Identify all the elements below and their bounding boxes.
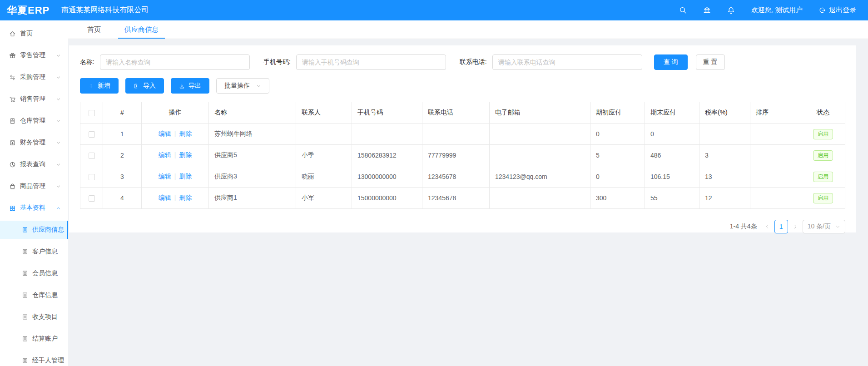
sidebar-item-label: 首页 — [20, 30, 33, 38]
col-header-begin-payable: 期初应付 — [590, 102, 645, 124]
cell-sort — [750, 188, 801, 209]
table-row: 2 编辑|删除 供应商5 小季 15806283912 77779999 5 4… — [80, 145, 845, 166]
logout-icon — [819, 7, 826, 14]
col-header-tel: 联系电话 — [422, 102, 490, 124]
cell-actions: 编辑|删除 — [142, 166, 209, 188]
sidebar-item-income-expense[interactable]: 收支项目 — [0, 308, 68, 326]
filter-row: 名称: 手机号码: 联系电话: 查 询 重 置 — [80, 54, 845, 70]
page-size-select[interactable]: 10 条/页 — [803, 220, 845, 233]
row-checkbox[interactable] — [89, 195, 95, 202]
edit-link[interactable]: 编辑 — [159, 194, 171, 201]
export-button-label: 导出 — [188, 82, 201, 90]
prev-page-icon[interactable] — [764, 224, 770, 229]
link-divider: | — [174, 194, 176, 201]
sidebar-item-customer-info[interactable]: 客户信息 — [0, 242, 68, 261]
delete-link[interactable]: 删除 — [179, 151, 192, 158]
sidebar-item-reports[interactable]: 报表查询 — [0, 155, 68, 173]
phone-filter-input[interactable] — [296, 54, 446, 70]
col-header-sort: 排序 — [750, 102, 801, 124]
sidebar-item-settlement-account[interactable]: 结算账户 — [0, 330, 68, 348]
sidebar-item-home[interactable]: 首页 — [0, 25, 68, 43]
delete-link[interactable]: 删除 — [179, 194, 192, 201]
sidebar-item-supplier-info[interactable]: 供应商信息 — [0, 221, 68, 239]
tab-home[interactable]: 首页 — [81, 20, 107, 39]
row-checkbox[interactable] — [89, 153, 95, 159]
edit-link[interactable]: 编辑 — [159, 130, 171, 137]
home-icon — [9, 30, 16, 37]
row-checkbox[interactable] — [89, 131, 95, 138]
filter-name: 名称: — [80, 54, 250, 70]
cell-begin-payable: 5 — [590, 145, 645, 166]
chevron-down-icon — [56, 140, 61, 145]
search-button[interactable]: 查 询 — [654, 54, 688, 70]
cell-sort — [750, 124, 801, 145]
sidebar-item-handler-management[interactable]: 经手人管理 — [0, 351, 68, 366]
money-icon — [9, 139, 16, 146]
col-header-status: 状态 — [801, 102, 845, 124]
sidebar-item-label: 经手人管理 — [32, 356, 64, 365]
cell-contact: 晓丽 — [296, 166, 352, 188]
reset-button[interactable]: 重 置 — [696, 54, 725, 70]
cell-actions: 编辑|删除 — [142, 145, 209, 166]
export-button[interactable]: 导出 — [171, 78, 209, 94]
sidebar-item-finance[interactable]: 财务管理 — [0, 134, 68, 152]
header-checkbox[interactable] — [89, 110, 95, 116]
status-badge: 启用 — [813, 172, 833, 182]
current-page-button[interactable]: 1 — [774, 220, 788, 233]
sidebar-item-sales[interactable]: 销售管理 — [0, 90, 68, 108]
sidebar-item-label: 采购管理 — [20, 73, 45, 81]
sidebar: 首页 零售管理 采购管理 销售管理 仓库管理 财务管理 报表查询 商品管理 基本… — [0, 20, 68, 366]
cell-contact — [296, 124, 352, 145]
content-card: 名称: 手机号码: 联系电话: 查 询 重 置 新增 导入 — [69, 45, 856, 232]
name-filter-input[interactable] — [100, 54, 250, 70]
logout-button[interactable]: 退出登录 — [819, 6, 856, 15]
tab-supplier-info[interactable]: 供应商信息 — [118, 20, 165, 39]
edit-link[interactable]: 编辑 — [159, 151, 171, 158]
cell-email — [490, 124, 590, 145]
cell-tax: 3 — [699, 145, 750, 166]
sidebar-item-basic-data[interactable]: 基本资料 — [0, 199, 68, 217]
cell-phone: 13000000000 — [352, 166, 422, 188]
sidebar-item-member-info[interactable]: 会员信息 — [0, 264, 68, 282]
col-header-email: 电子邮箱 — [490, 102, 590, 124]
cell-status: 启用 — [801, 166, 845, 188]
sidebar-item-label: 商品管理 — [20, 182, 45, 190]
swap-icon — [9, 74, 16, 81]
cell-email: 1234123@qq.com — [490, 166, 590, 188]
import-button[interactable]: 导入 — [125, 78, 164, 94]
cell-tel: 12345678 — [422, 166, 490, 188]
delete-link[interactable]: 删除 — [179, 130, 192, 137]
sidebar-item-goods[interactable]: 商品管理 — [0, 177, 68, 195]
platform-icon[interactable] — [703, 6, 711, 14]
cell-status: 启用 — [801, 145, 845, 166]
edit-link[interactable]: 编辑 — [159, 173, 171, 180]
cell-status: 启用 — [801, 124, 845, 145]
row-checkbox[interactable] — [89, 174, 95, 180]
sidebar-item-purchase[interactable]: 采购管理 — [0, 68, 68, 86]
cell-tax: 12 — [699, 188, 750, 209]
col-header-tax: 税率(%) — [699, 102, 750, 124]
sidebar-item-warehouse-info[interactable]: 仓库信息 — [0, 286, 68, 304]
delete-link[interactable]: 删除 — [179, 173, 192, 180]
search-icon[interactable] — [679, 6, 687, 14]
next-page-icon[interactable] — [793, 224, 798, 229]
cell-contact: 小季 — [296, 145, 352, 166]
notification-bell-icon[interactable] — [727, 6, 735, 14]
welcome-user-text: 欢迎您, 测试用户 — [751, 6, 803, 15]
sidebar-item-label: 仓库管理 — [20, 117, 45, 125]
filter-tel: 联系电话: — [460, 54, 642, 70]
sidebar-item-label: 财务管理 — [20, 138, 45, 147]
toolbar: 新增 导入 导出 批量操作 — [80, 78, 845, 94]
cell-end-payable: 106.15 — [645, 166, 699, 188]
add-button[interactable]: 新增 — [80, 78, 119, 94]
top-bar: 华夏ERP 南通某某网络科技有限公司 欢迎您, 测试用户 退出登录 — [0, 0, 868, 20]
chevron-down-icon — [56, 75, 61, 80]
tel-filter-input[interactable] — [492, 54, 642, 70]
sidebar-item-label: 收支项目 — [32, 313, 58, 321]
cell-index: 1 — [103, 124, 142, 145]
status-badge: 启用 — [813, 150, 833, 161]
sidebar-item-retail[interactable]: 零售管理 — [0, 46, 68, 64]
batch-actions-button[interactable]: 批量操作 — [216, 78, 269, 94]
sidebar-item-warehouse[interactable]: 仓库管理 — [0, 112, 68, 130]
link-divider: | — [174, 173, 176, 180]
